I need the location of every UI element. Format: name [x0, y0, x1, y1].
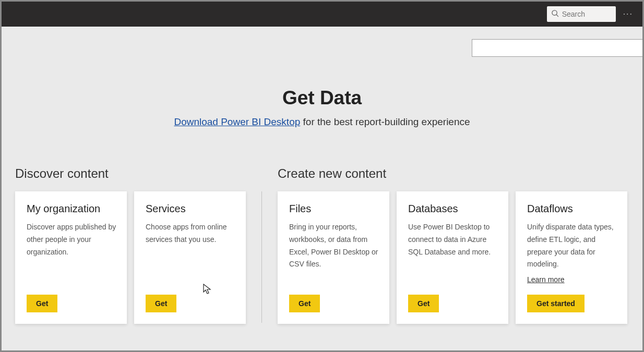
discover-section-title: Discover content	[15, 166, 246, 181]
search-box[interactable]	[547, 6, 616, 22]
card-description: Choose apps from online services that yo…	[146, 221, 235, 295]
get-button-services[interactable]: Get	[146, 295, 176, 312]
card-description: Discover apps published by other people …	[27, 221, 116, 295]
card-databases: Databases Use Power BI Desktop to connec…	[397, 191, 508, 324]
card-description-text: Unify disparate data types, define ETL l…	[527, 223, 614, 268]
create-section-title: Create new content	[278, 166, 627, 181]
hero-section: Get Data Download Power BI Desktop for t…	[2, 87, 642, 128]
card-title: Dataflows	[527, 203, 617, 215]
page-title: Get Data	[2, 87, 642, 109]
card-title: Files	[289, 203, 379, 215]
svg-point-0	[552, 10, 557, 15]
content-sections: Discover content My organization Discove…	[2, 166, 642, 324]
card-title: Services	[146, 203, 235, 215]
get-button-databases[interactable]: Get	[408, 295, 439, 312]
more-menu-button[interactable]: ···	[621, 10, 635, 18]
section-divider	[261, 191, 262, 323]
card-description: Bring in your reports, workbooks, or dat…	[289, 221, 379, 295]
page-subtitle: Download Power BI Desktop for the best r…	[2, 116, 642, 128]
page-search-input[interactable]	[472, 39, 644, 57]
top-bar: ···	[2, 2, 642, 27]
card-services: Services Choose apps from online service…	[134, 191, 246, 324]
search-input[interactable]	[562, 10, 612, 18]
download-desktop-link[interactable]: Download Power BI Desktop	[174, 116, 300, 127]
secondary-toolbar	[2, 27, 642, 57]
subtitle-text-rest: for the best report-building experience	[300, 116, 470, 127]
discover-section: Discover content My organization Discove…	[15, 166, 246, 324]
card-description: Use Power BI Desktop to connect to data …	[408, 221, 498, 295]
card-files: Files Bring in your reports, workbooks, …	[278, 191, 389, 324]
discover-cards-row: My organization Discover apps published …	[15, 191, 246, 324]
svg-line-1	[556, 15, 558, 16]
get-button-my-organization[interactable]: Get	[27, 295, 57, 312]
card-my-organization: My organization Discover apps published …	[15, 191, 127, 324]
card-description: Unify disparate data types, define ETL l…	[527, 221, 617, 295]
create-section: Create new content Files Bring in your r…	[278, 166, 627, 324]
search-icon	[551, 9, 559, 19]
card-title: My organization	[27, 203, 116, 215]
get-started-button-dataflows[interactable]: Get started	[527, 295, 585, 312]
card-title: Databases	[408, 203, 498, 215]
card-dataflows: Dataflows Unify disparate data types, de…	[516, 191, 627, 324]
get-button-files[interactable]: Get	[289, 295, 320, 312]
learn-more-link[interactable]: Learn more	[527, 274, 617, 286]
create-cards-row: Files Bring in your reports, workbooks, …	[278, 191, 627, 324]
